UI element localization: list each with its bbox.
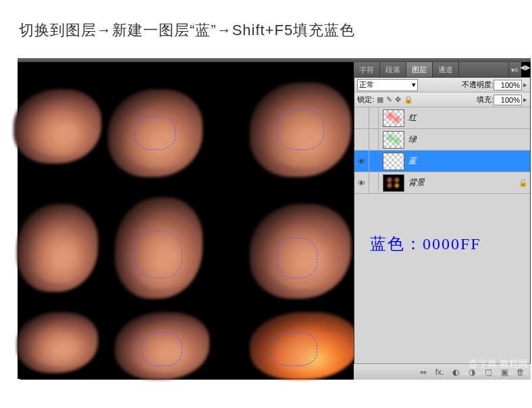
tab-channels[interactable]: 通道: [433, 62, 459, 77]
layer-fx-icon[interactable]: fx.: [433, 367, 446, 377]
layer-name[interactable]: 红: [408, 112, 530, 124]
collapse-icon[interactable]: ◀▶: [520, 63, 531, 71]
link-col[interactable]: [369, 107, 379, 128]
link-col[interactable]: [369, 129, 379, 150]
layer-thumbnail[interactable]: [383, 153, 404, 170]
flame-graphic: [17, 312, 98, 373]
layer-thumbnail[interactable]: [383, 174, 404, 192]
watermark-url: jiaocheng.chazidian.com: [461, 369, 528, 377]
tab-paragraph[interactable]: 段落: [380, 62, 406, 77]
flame-graphic: [17, 204, 98, 292]
flame-graphic: [108, 89, 203, 177]
layer-name[interactable]: 蓝: [408, 155, 530, 167]
opacity-input[interactable]: 100%: [494, 80, 522, 91]
flame-graphic: [14, 89, 101, 163]
tab-character[interactable]: 字符: [354, 62, 380, 77]
lock-pixels-icon[interactable]: ✎: [386, 95, 392, 104]
flame-graphic: [250, 204, 351, 299]
panel-tabs: 字符 段落 图层 通道: [354, 62, 521, 77]
lock-icon-group: ▦ ✎ ✥ 🔒: [377, 95, 413, 104]
lock-label: 锁定:: [357, 95, 374, 105]
link-col[interactable]: [369, 172, 379, 193]
layer-row-green[interactable]: 绿: [354, 129, 530, 151]
watermark-main: 查字典 教程网: [461, 358, 528, 369]
layer-name[interactable]: 绿: [408, 134, 530, 145]
fill-input[interactable]: 100%: [494, 95, 522, 105]
flame-graphic: [115, 197, 203, 299]
panel-menu-button[interactable]: ▾≡: [508, 62, 521, 77]
lock-row: 锁定: ▦ ✎ ✥ 🔒 填充: 100% ▸: [354, 93, 530, 107]
layer-thumbnail[interactable]: [383, 109, 404, 127]
layer-name[interactable]: 背景: [408, 177, 516, 188]
blend-mode-value: 正常: [359, 80, 374, 90]
layers-panel: 正常 ▾ 不透明度: 100% ▸ 锁定: ▦ ✎ ✥ 🔒 填充: 100% ▸…: [354, 77, 531, 380]
instruction-text: 切换到图层→新建一图层“蓝”→Shift+F5填充蓝色: [0, 0, 532, 54]
flame-graphic: [250, 82, 351, 177]
layers-list: 红 绿 蓝 背景 🔒: [354, 107, 530, 194]
blend-row: 正常 ▾ 不透明度: 100% ▸: [354, 78, 530, 93]
lock-all-icon[interactable]: 🔒: [404, 95, 413, 104]
flame-graphic: [250, 312, 358, 380]
fill-label: 填充:: [477, 95, 494, 105]
lock-position-icon[interactable]: ✥: [395, 95, 401, 104]
lock-transparency-icon[interactable]: ▦: [377, 95, 383, 104]
chevron-down-icon[interactable]: ▸: [523, 95, 527, 104]
tab-layers[interactable]: 图层: [406, 62, 433, 77]
layer-thumbnail[interactable]: [383, 131, 404, 149]
link-layers-icon[interactable]: ⇔: [417, 367, 429, 377]
layer-mask-icon[interactable]: ◐: [450, 367, 462, 377]
watermark: 查字典 教程网 jiaocheng.chazidian.com: [461, 358, 528, 377]
visibility-toggle[interactable]: [354, 107, 369, 128]
flame-graphic: [115, 312, 209, 380]
chevron-down-icon[interactable]: ▸: [523, 80, 527, 89]
link-col[interactable]: [369, 151, 379, 172]
layer-row-background[interactable]: 背景 🔒: [354, 172, 530, 194]
lock-icon: 🔒: [516, 178, 530, 187]
layer-row-red[interactable]: 红: [354, 107, 530, 129]
chevron-down-icon: ▾: [412, 80, 416, 89]
blend-mode-select[interactable]: 正常 ▾: [357, 79, 418, 91]
visibility-toggle[interactable]: [354, 172, 369, 193]
visibility-toggle[interactable]: [354, 129, 369, 150]
visibility-toggle[interactable]: [354, 151, 369, 172]
layer-row-blue[interactable]: 蓝: [354, 151, 530, 172]
document-canvas[interactable]: [20, 62, 354, 380]
color-annotation: 蓝色：0000FF: [370, 233, 481, 255]
opacity-label: 不透明度:: [462, 80, 494, 90]
